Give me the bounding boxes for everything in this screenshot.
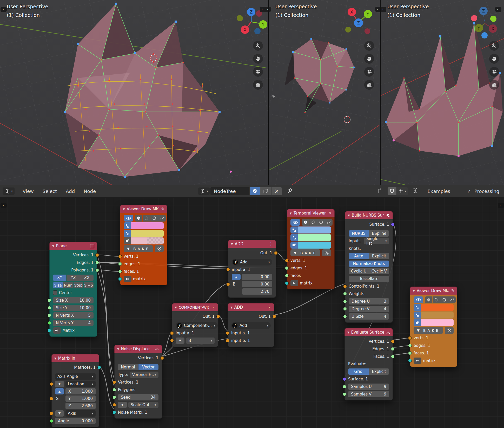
display-verts-toggle[interactable] — [302, 219, 309, 226]
location-dropdown[interactable]: Location ▾ — [65, 381, 96, 387]
output-socket-out[interactable] — [274, 251, 278, 255]
edge-icon[interactable] — [124, 230, 131, 237]
collapse-icon[interactable]: ▼ — [175, 306, 177, 309]
output-socket-vertices[interactable] — [95, 253, 99, 257]
edge-color-swatch[interactable] — [298, 234, 331, 241]
input-socket-degree-u[interactable] — [343, 300, 347, 303]
knots-explicit-button[interactable]: Explicit — [369, 253, 389, 259]
output-socket-edges[interactable] — [391, 347, 395, 351]
area-corner-handle[interactable]: ‹ — [498, 203, 504, 208]
input-socket-polygons[interactable] — [112, 388, 116, 392]
zoom-icon[interactable] — [489, 41, 499, 51]
axis-gizmo[interactable]: X Y Z — [343, 4, 375, 35]
angle-slider[interactable]: Angle 0.000 — [55, 418, 96, 424]
select-objects-icon[interactable] — [155, 245, 164, 252]
output-socket-out[interactable] — [273, 315, 276, 318]
size-x-slider[interactable]: Size X 10.00 — [53, 297, 94, 303]
knots-auto-button[interactable]: Auto — [349, 253, 369, 259]
pencil-icon[interactable]: ✎ — [328, 211, 332, 216]
tree-name-input[interactable]: NodeTree — [210, 187, 249, 195]
node-add-top[interactable]: ▼ ADD ⋮ Out. 1 ƒ Add ▾ input a. 1 — [228, 240, 276, 298]
eye-visibility-toggle[interactable] — [414, 296, 423, 303]
vector-mode-button[interactable]: Vector — [138, 364, 159, 370]
ortho-grid-icon[interactable] — [253, 80, 263, 90]
evaluate-explicit-button[interactable]: Explicit — [369, 368, 389, 375]
value-field-3[interactable]: 2.70 — [242, 288, 272, 295]
function-dropdown[interactable]: ƒ Add ▾ — [231, 322, 271, 329]
node-temporal-viewer[interactable]: ▼ Temporal Viewer ✎ — [287, 209, 335, 289]
area-corner-handle[interactable]: ‹ — [495, 7, 501, 12]
viewport-1[interactable]: User Perspective (1) Collection Z Y X › — [0, 0, 268, 185]
collapse-icon[interactable]: ▼ — [348, 214, 350, 217]
kebab-menu-icon[interactable]: ⋮ — [267, 305, 271, 310]
display-verts-toggle[interactable] — [135, 215, 142, 222]
plane-dir-zx-button[interactable]: ZX — [80, 275, 94, 281]
input-mode-dropdown[interactable]: Single list ▾ — [364, 238, 389, 244]
input-socket-weights[interactable] — [343, 292, 347, 296]
node-header[interactable]: ▼ Evaluate Surface — [344, 328, 393, 336]
zoom-icon[interactable] — [364, 41, 374, 51]
plane-mode-sis-button[interactable]: Si+S — [84, 282, 94, 288]
pan-hand-icon[interactable] — [253, 54, 263, 64]
input-socket-edges[interactable] — [118, 262, 122, 266]
input-socket-a[interactable] — [170, 331, 174, 335]
node-viewer-draw-right[interactable]: ▼ Viewer Draw Mk3 ✎ — [410, 287, 457, 367]
node-evaluate-surface[interactable]: ▼ Evaluate Surface Vertices. 1 Edges. 1 … — [344, 328, 393, 400]
output-socket-faces[interactable] — [391, 355, 395, 358]
collapse-icon[interactable]: ▼ — [123, 208, 125, 211]
bake-button[interactable]: ▼ BAKE — [414, 327, 443, 334]
tree-type-selector[interactable]: ▾ — [198, 187, 210, 195]
select-objects-icon[interactable] — [445, 327, 454, 334]
node-build-nurbs-surface[interactable]: ▼ Build NURBS Surf Surface. 1 NURBS BSpl… — [345, 211, 393, 323]
vertex-icon[interactable] — [124, 222, 131, 229]
input-socket-samples-v[interactable] — [343, 392, 346, 396]
nverts-y-slider[interactable]: N Verts Y 4 — [53, 320, 94, 326]
samples-u-slider[interactable]: Samples U 9 — [348, 384, 389, 390]
go-to-parent-button[interactable] — [375, 188, 384, 194]
scale-z-field[interactable]: Z 2.680 — [65, 403, 96, 409]
collapse-icon[interactable]: ▼ — [347, 331, 349, 334]
normal-mode-button[interactable]: Normal — [118, 364, 138, 370]
nverts-x-slider[interactable]: N Verts X 5 — [53, 312, 94, 319]
node-noise-displace[interactable]: ▼ Noise Displace Vertices. 1 Normal Vect… — [114, 345, 162, 419]
degree-u-slider[interactable]: Degree U 3 — [349, 298, 389, 304]
pan-hand-icon[interactable] — [364, 54, 374, 64]
display-curve-toggle[interactable] — [448, 296, 456, 303]
plug-icon[interactable] — [53, 327, 61, 334]
collapse-icon[interactable]: ▼ — [230, 306, 233, 309]
value-field-1[interactable]: 0.00 — [242, 274, 272, 280]
plug-icon[interactable] — [290, 280, 298, 286]
display-faces-toggle[interactable] — [150, 215, 158, 222]
axis-dropdown[interactable]: Axis ▾ — [65, 410, 96, 417]
evaluate-grid-button[interactable]: Grid — [348, 368, 369, 375]
input-socket-b[interactable] — [170, 339, 174, 342]
nurbs-button[interactable]: NURBS — [349, 230, 369, 237]
display-edges-toggle[interactable] — [433, 296, 440, 303]
node-matrix-in[interactable]: ▼ Matrix In Matrices. 1 Axis Angle ▾ ▼ L… — [51, 354, 99, 427]
expand-vector-button[interactable]: ▲ — [232, 274, 241, 280]
display-edges-toggle[interactable] — [309, 219, 317, 226]
display-edges-toggle[interactable] — [143, 215, 150, 222]
size-y-slider[interactable]: Size Y 10.00 — [53, 305, 94, 311]
processing-toggle[interactable]: Processing — [474, 189, 499, 194]
bake-button[interactable]: ▼ BAKE — [290, 249, 320, 256]
expand-vector-button[interactable]: ▲ — [55, 388, 64, 394]
output-socket-out[interactable] — [216, 315, 220, 318]
node-plane[interactable]: ▼ Plane Vertices. 1 Edges. 1 Polygons. 1… — [49, 242, 97, 337]
collapse-vector-button[interactable]: ▼ — [55, 410, 64, 417]
display-faces-toggle[interactable] — [440, 296, 448, 303]
output-socket-surface[interactable] — [391, 223, 395, 226]
collapse-icon[interactable]: ▼ — [413, 289, 415, 292]
vertex-color-swatch[interactable] — [298, 226, 331, 234]
input-socket-faces[interactable] — [408, 351, 412, 355]
bspline-button[interactable]: BSpline — [369, 230, 389, 237]
pan-hand-icon[interactable] — [489, 54, 499, 64]
kebab-menu-icon[interactable]: ⋮ — [269, 242, 273, 246]
eye-visibility-toggle[interactable] — [290, 219, 300, 226]
input-socket-nverts-x[interactable] — [48, 314, 51, 317]
plane-dir-yz-button[interactable]: YZ — [67, 275, 80, 281]
plane-mode-size-button[interactable]: Size — [53, 282, 63, 288]
viewport-3[interactable]: User Perspective (1) Collection Z Y X — [381, 0, 504, 185]
unlink-tree-button[interactable]: × — [271, 187, 282, 195]
input-socket-a[interactable] — [226, 331, 229, 335]
